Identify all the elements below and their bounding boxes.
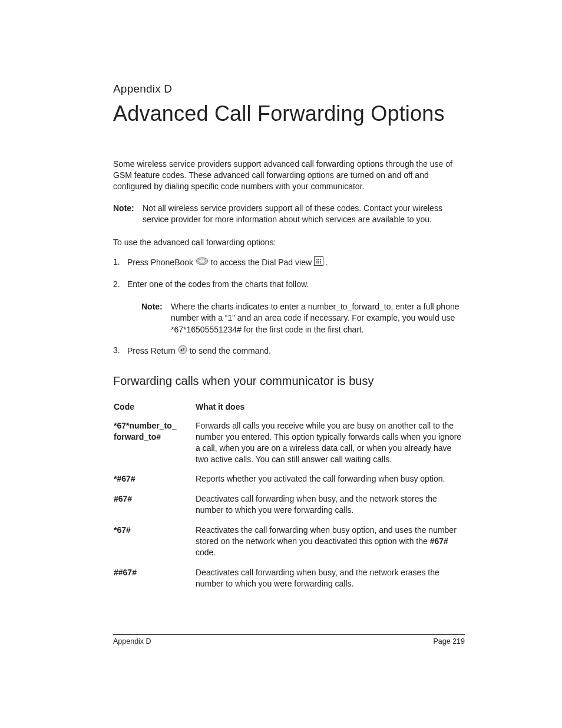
top-note: Note: Not all wireless service providers… [113, 203, 465, 225]
page-title: Advanced Call Forwarding Options [113, 101, 465, 126]
table-row: *#67# Reports whether you activated the … [113, 473, 465, 493]
step-2: Enter one of the codes from the charts t… [113, 279, 465, 335]
what-cell: Forwards all calls you receive while you… [195, 420, 465, 473]
step-1-text-pre: Press PhoneBook [127, 258, 196, 267]
svg-point-9 [316, 262, 318, 263]
codes-table: Code What it does *67*number_to_ forward… [113, 401, 465, 598]
svg-point-4 [318, 259, 319, 260]
svg-point-8 [320, 261, 321, 262]
page-footer: Appendix D Page 219 [113, 634, 465, 645]
table-row: #67# Deactivates call forwarding when bu… [113, 493, 465, 524]
what-bold: #67# [430, 536, 448, 546]
procedure-lead: To use the advanced call forwarding opti… [113, 238, 465, 247]
step-1-text-post: . [326, 258, 328, 267]
svg-point-6 [316, 261, 318, 262]
col-header-what: What it does [195, 401, 465, 420]
svg-point-5 [320, 259, 321, 260]
appendix-label: Appendix D [113, 83, 465, 95]
code-cell: *#67# [113, 473, 195, 493]
dialpad-icon [314, 256, 323, 269]
code-cell: *67# [113, 524, 195, 566]
svg-point-10 [318, 262, 319, 263]
note-label: Note: [113, 203, 143, 225]
step-3-text-pre: Press Return [127, 346, 178, 355]
note-label: Note: [141, 301, 171, 336]
code-cell: ##67# [113, 566, 195, 598]
footer-right: Page 219 [433, 637, 465, 645]
step-3: Press Return to send the command. [113, 345, 465, 358]
svg-point-11 [320, 262, 321, 263]
intro-paragraph: Some wireless service providers support … [113, 159, 465, 192]
step-3-text-post: to send the command. [189, 346, 271, 355]
what-post: code. [196, 548, 216, 557]
what-cell: Reports whether you activated the call f… [195, 473, 465, 493]
step-2-note: Note: Where the charts indicates to ente… [141, 301, 465, 336]
return-icon [178, 345, 187, 358]
footer-left: Appendix D [113, 637, 151, 645]
code-cell: #67# [113, 493, 195, 524]
section-title: Forwarding calls when your communicator … [113, 374, 465, 388]
table-row: *67*number_to_ forward_to# Forwards all … [113, 420, 465, 473]
what-cell: Reactivates the call forwarding when bus… [195, 524, 465, 566]
what-cell: Deactivates call forwarding when busy, a… [195, 566, 465, 598]
svg-point-7 [318, 261, 319, 262]
what-cell: Deactivates call forwarding when busy, a… [195, 493, 465, 524]
col-header-code: Code [113, 401, 195, 420]
steps-list: Press PhoneBook to access the Dial Pad v… [113, 256, 465, 358]
svg-point-12 [178, 345, 187, 354]
table-row: *67# Reactivates the call forwarding whe… [113, 524, 465, 566]
svg-point-3 [316, 259, 318, 260]
what-pre: Reactivates the call forwarding when bus… [196, 525, 457, 546]
table-header-row: Code What it does [113, 401, 465, 420]
step-1-text-mid: to access the Dial Pad view [211, 258, 314, 267]
step-1: Press PhoneBook to access the Dial Pad v… [113, 256, 465, 269]
table-row: ##67# Deactivates call forwarding when b… [113, 566, 465, 598]
step-2-text: Enter one of the codes from the charts t… [127, 279, 309, 289]
note-body: Not all wireless service providers suppo… [143, 203, 465, 225]
code-cell: *67*number_to_ forward_to# [113, 420, 195, 473]
note-body: Where the charts indicates to enter a nu… [171, 301, 465, 336]
phonebook-icon [196, 257, 209, 269]
document-page: Appendix D Advanced Call Forwarding Opti… [0, 0, 562, 728]
svg-point-1 [199, 259, 206, 263]
